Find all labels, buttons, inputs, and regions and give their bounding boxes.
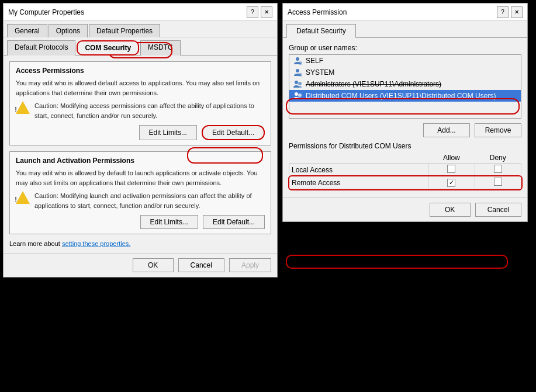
user-self-label: SELF: [306, 57, 323, 65]
left-tabs-row2: Default Protocols COM Security MSDTC: [4, 37, 277, 55]
caution-exclamation: !: [13, 106, 19, 113]
tab-default-security[interactable]: Default Security: [286, 24, 356, 38]
right-cancel-button[interactable]: Cancel: [475, 203, 521, 217]
user-system[interactable]: SYSTEM: [289, 67, 521, 78]
user-icon-self: [293, 56, 302, 65]
learn-more-text: Learn more about: [9, 240, 60, 247]
add-button[interactable]: Add...: [423, 123, 470, 137]
left-apply-button[interactable]: Apply: [229, 258, 271, 272]
svg-point-4: [295, 81, 298, 84]
user-administrators[interactable]: Administrators (VIE1SUP11\Administrators…: [289, 78, 521, 90]
perm-col-name: [289, 152, 428, 164]
access-caution-text: Caution: Modifying access permissions ca…: [34, 101, 265, 120]
permissions-header: Permissions for Distributed COM Users: [289, 142, 521, 150]
left-window-content: Access Permissions You may edit who is a…: [4, 55, 277, 253]
my-computer-properties-window: My Computer Properties ? ✕ General Optio…: [3, 3, 278, 277]
launch-button-row: Edit Limits... Edit Default...: [16, 215, 265, 229]
left-tabs-row1: General Options Default Properties: [4, 21, 277, 37]
perm-local-allow-checkbox[interactable]: [447, 165, 455, 173]
learn-more-row: Learn more about setting these propertie…: [9, 240, 271, 247]
perm-row-remote: Remote Access: [289, 176, 521, 189]
right-title-controls: ? ✕: [497, 6, 523, 18]
permissions-table: Allow Deny Local Access: [289, 152, 521, 189]
right-window-title: Access Permission: [288, 8, 347, 16]
perm-remote-deny-cell: [475, 176, 521, 189]
perm-remote-allow-cell: [428, 176, 475, 189]
svg-point-0: [296, 57, 299, 61]
user-administrators-label: Administrators (VIE1SUP11\Administrators…: [306, 80, 441, 88]
access-permissions-desc: You may edit who is allowed default acce…: [16, 78, 265, 98]
svg-point-6: [295, 92, 298, 96]
svg-point-2: [296, 69, 299, 72]
svg-point-7: [298, 93, 302, 97]
access-permissions-title: Access Permissions: [16, 67, 265, 75]
add-remove-row: Add... Remove: [289, 123, 521, 137]
tab-msdtc[interactable]: MSDTC: [140, 40, 181, 55]
access-caution-row: ! Caution: Modifying access permissions …: [16, 101, 265, 120]
perm-row-local: Local Access: [289, 164, 521, 176]
user-icon-system: [293, 68, 302, 77]
perm-remote-allow-checkbox[interactable]: [447, 179, 455, 187]
svg-point-5: [298, 82, 302, 85]
launch-permissions-title: Launch and Activation Permissions: [16, 157, 265, 165]
group-label: Group or user names:: [289, 44, 521, 52]
svg-point-3: [299, 73, 302, 77]
left-close-button[interactable]: ✕: [261, 6, 272, 18]
launch-caution-exclamation: !: [13, 196, 19, 203]
right-ok-button[interactable]: OK: [430, 203, 471, 217]
access-button-row: Edit Limits... Edit Default...: [16, 125, 265, 140]
user-distributed-com-label: Distributed COM Users (VIE1SUP11\Distrib…: [306, 92, 496, 100]
user-icon-administrators: [293, 79, 302, 89]
launch-permissions-section: Launch and Activation Permissions You ma…: [9, 151, 271, 234]
tab-com-security[interactable]: COM Security: [77, 40, 139, 55]
tab-default-protocols[interactable]: Default Protocols: [7, 40, 75, 55]
left-title-controls: ? ✕: [247, 6, 272, 18]
tab-general[interactable]: General: [7, 24, 47, 37]
annotation-remote-access: [286, 255, 508, 269]
perm-local-deny-cell: [475, 164, 521, 176]
left-help-button[interactable]: ?: [247, 6, 258, 18]
perm-col-allow: Allow: [428, 152, 475, 164]
launch-caution-icon: !: [16, 191, 30, 205]
access-permission-window: Access Permission ? ✕ Default Security G…: [282, 3, 528, 222]
launch-edit-limits-button[interactable]: Edit Limits...: [140, 215, 198, 229]
right-window-content: Group or user names: SELF SYSTEM: [283, 38, 527, 197]
learn-more-link[interactable]: setting these properties.: [62, 240, 130, 247]
perm-local-allow-cell: [428, 164, 475, 176]
right-close-button[interactable]: ✕: [511, 6, 523, 18]
access-edit-limits-button[interactable]: Edit Limits...: [139, 125, 197, 140]
user-system-label: SYSTEM: [306, 68, 334, 77]
perm-remote-deny-checkbox[interactable]: [494, 178, 502, 186]
launch-caution-text: Caution: Modifying launch and activation…: [34, 191, 265, 210]
launch-permissions-desc: You may edit who is allowed by default t…: [16, 168, 265, 188]
right-help-button[interactable]: ?: [497, 6, 509, 18]
user-distributed-com[interactable]: Distributed COM Users (VIE1SUP11\Distrib…: [289, 90, 521, 102]
left-ok-button[interactable]: OK: [133, 258, 174, 272]
left-bottom-buttons: OK Cancel Apply: [4, 253, 277, 277]
left-title-bar: My Computer Properties ? ✕: [4, 4, 277, 21]
access-caution-icon: !: [16, 101, 30, 115]
right-bottom-buttons: OK Cancel: [283, 197, 527, 221]
perm-local-deny-checkbox[interactable]: [494, 165, 502, 173]
black-area: [282, 322, 528, 392]
left-cancel-button[interactable]: Cancel: [178, 258, 224, 272]
right-title-bar: Access Permission ? ✕: [283, 4, 527, 21]
svg-point-1: [299, 61, 302, 65]
left-window-title: My Computer Properties: [8, 8, 84, 16]
user-group-list: SELF SYSTEM Administrators (VIE1SUP11\Ad…: [289, 54, 521, 119]
perm-remote-label: Remote Access: [289, 176, 428, 189]
user-self[interactable]: SELF: [289, 55, 521, 67]
right-tab-row: Default Security: [283, 21, 527, 38]
access-permissions-section: Access Permissions You may edit who is a…: [9, 61, 271, 145]
launch-edit-default-button[interactable]: Edit Default...: [203, 215, 265, 229]
tab-options[interactable]: Options: [49, 24, 88, 37]
perm-local-label: Local Access: [289, 164, 428, 176]
perm-col-deny: Deny: [475, 152, 521, 164]
launch-caution-row: ! Caution: Modifying launch and activati…: [16, 191, 265, 210]
user-icon-distributed: [293, 91, 302, 100]
access-edit-default-button[interactable]: Edit Default...: [202, 125, 265, 140]
remove-button[interactable]: Remove: [475, 123, 521, 137]
tab-default-properties[interactable]: Default Properties: [89, 24, 160, 37]
